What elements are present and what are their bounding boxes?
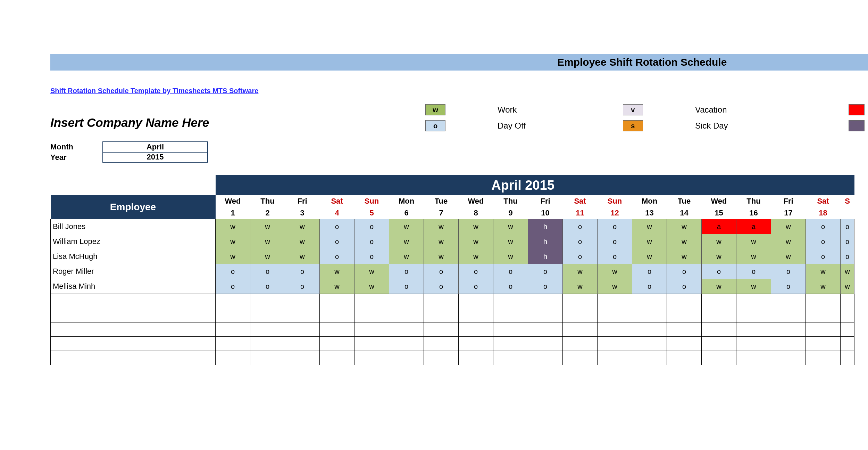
shift-cell[interactable] [320, 337, 354, 351]
shift-cell[interactable] [285, 294, 320, 308]
shift-cell[interactable] [632, 308, 667, 322]
shift-cell[interactable] [736, 294, 771, 308]
shift-cell[interactable]: o [216, 264, 250, 279]
shift-cell[interactable]: w [354, 279, 389, 294]
shift-cell[interactable] [771, 308, 806, 322]
shift-cell[interactable] [320, 294, 354, 308]
shift-cell[interactable]: o [736, 264, 771, 279]
shift-cell[interactable]: a [736, 219, 771, 234]
shift-cell[interactable] [632, 337, 667, 351]
shift-cell[interactable]: w [806, 264, 841, 279]
shift-cell[interactable]: w [702, 249, 736, 264]
shift-cell[interactable]: w [667, 219, 702, 234]
shift-cell[interactable] [736, 351, 771, 365]
shift-cell[interactable]: a [702, 219, 736, 234]
shift-cell[interactable]: o [389, 279, 424, 294]
shift-cell[interactable] [841, 294, 854, 308]
shift-cell[interactable]: w [389, 234, 424, 249]
shift-cell[interactable] [806, 322, 841, 337]
shift-cell[interactable] [216, 351, 250, 365]
shift-cell[interactable]: w [493, 234, 528, 249]
shift-cell[interactable] [389, 294, 424, 308]
shift-cell[interactable]: o [667, 264, 702, 279]
shift-cell[interactable]: w [736, 279, 771, 294]
shift-cell[interactable] [702, 337, 736, 351]
shift-cell[interactable]: w [285, 249, 320, 264]
shift-cell[interactable] [563, 308, 598, 322]
shift-cell[interactable] [598, 351, 632, 365]
shift-cell[interactable]: w [459, 219, 493, 234]
shift-cell[interactable] [250, 337, 285, 351]
shift-cell[interactable]: w [563, 279, 598, 294]
shift-cell[interactable] [285, 351, 320, 365]
employee-name-cell[interactable]: Mellisa Minh [51, 279, 216, 294]
shift-cell[interactable]: w [632, 219, 667, 234]
shift-cell[interactable]: w [216, 234, 250, 249]
shift-cell[interactable] [354, 308, 389, 322]
shift-cell[interactable]: o [424, 279, 459, 294]
shift-cell[interactable]: o [354, 249, 389, 264]
shift-cell[interactable]: w [250, 219, 285, 234]
shift-cell[interactable]: o [493, 279, 528, 294]
shift-cell[interactable]: w [667, 234, 702, 249]
shift-cell[interactable] [389, 351, 424, 365]
shift-cell[interactable] [667, 322, 702, 337]
shift-cell[interactable]: o [841, 249, 854, 264]
shift-cell[interactable] [528, 294, 563, 308]
shift-cell[interactable] [598, 337, 632, 351]
shift-cell[interactable]: w [632, 249, 667, 264]
shift-cell[interactable]: w [250, 234, 285, 249]
shift-cell[interactable]: o [250, 279, 285, 294]
shift-cell[interactable] [320, 351, 354, 365]
shift-cell[interactable]: w [563, 264, 598, 279]
shift-cell[interactable]: w [424, 219, 459, 234]
shift-cell[interactable] [216, 337, 250, 351]
shift-cell[interactable]: o [250, 264, 285, 279]
shift-cell[interactable] [841, 337, 854, 351]
shift-cell[interactable]: w [320, 264, 354, 279]
shift-cell[interactable] [806, 337, 841, 351]
shift-cell[interactable]: w [736, 234, 771, 249]
shift-cell[interactable] [598, 294, 632, 308]
shift-cell[interactable] [459, 351, 493, 365]
shift-cell[interactable]: o [598, 219, 632, 234]
shift-cell[interactable] [424, 337, 459, 351]
shift-cell[interactable]: w [493, 249, 528, 264]
shift-cell[interactable] [389, 322, 424, 337]
shift-cell[interactable]: o [771, 264, 806, 279]
shift-cell[interactable]: h [528, 219, 563, 234]
shift-cell[interactable] [702, 351, 736, 365]
shift-cell[interactable] [667, 294, 702, 308]
shift-cell[interactable] [563, 337, 598, 351]
shift-cell[interactable] [250, 322, 285, 337]
shift-cell[interactable] [354, 294, 389, 308]
shift-cell[interactable]: w [771, 234, 806, 249]
employee-name-cell[interactable]: Roger Miller [51, 264, 216, 279]
shift-cell[interactable]: w [667, 249, 702, 264]
shift-cell[interactable]: o [563, 219, 598, 234]
shift-cell[interactable] [632, 351, 667, 365]
shift-cell[interactable] [320, 322, 354, 337]
shift-cell[interactable]: o [285, 264, 320, 279]
shift-cell[interactable] [320, 308, 354, 322]
employee-name-cell[interactable]: Lisa McHugh [51, 249, 216, 264]
shift-cell[interactable]: o [841, 234, 854, 249]
month-input[interactable]: April [102, 141, 208, 153]
shift-cell[interactable] [841, 351, 854, 365]
employee-name-cell[interactable] [51, 351, 216, 365]
shift-cell[interactable]: w [354, 264, 389, 279]
shift-cell[interactable]: o [389, 264, 424, 279]
shift-cell[interactable]: o [354, 219, 389, 234]
shift-cell[interactable] [598, 322, 632, 337]
shift-cell[interactable] [736, 322, 771, 337]
shift-cell[interactable]: o [216, 279, 250, 294]
shift-cell[interactable]: o [667, 279, 702, 294]
year-input[interactable]: 2015 [102, 152, 208, 163]
shift-cell[interactable] [528, 351, 563, 365]
shift-cell[interactable] [493, 351, 528, 365]
shift-cell[interactable]: o [841, 219, 854, 234]
shift-cell[interactable] [632, 294, 667, 308]
shift-cell[interactable]: w [216, 249, 250, 264]
employee-name-cell[interactable] [51, 294, 216, 308]
employee-name-cell[interactable]: Bill Jones [51, 219, 216, 234]
